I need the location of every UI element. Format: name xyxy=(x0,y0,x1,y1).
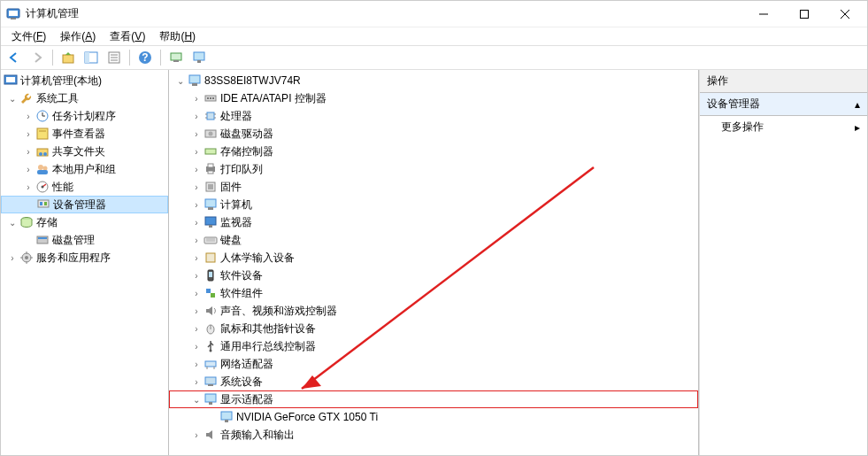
menubar: 文件(F) 操作(A) 查看(V) 帮助(H) xyxy=(1,27,867,45)
device-network[interactable]: ›网络适配器 xyxy=(169,355,698,373)
tree-disk-mgmt[interactable]: 磁盘管理 xyxy=(1,231,168,249)
monitor-icon xyxy=(204,215,218,229)
body: 计算机管理(本地) ⌄ 系统工具 › 任务计划程序 › 事件查看器 › 共享文件… xyxy=(1,70,867,456)
device-root[interactable]: ⌄ 83SS8EI8TWJV74R xyxy=(169,72,698,89)
help-button[interactable]: ? xyxy=(135,48,155,67)
tree-local-users[interactable]: › 本地用户和组 xyxy=(1,160,168,178)
expand-icon[interactable]: › xyxy=(22,165,35,174)
device-computer[interactable]: ›计算机 xyxy=(169,196,698,213)
device-gpu-nvidia[interactable]: NVIDIA GeForce GTX 1050 Ti xyxy=(169,408,698,426)
maximize-button[interactable] xyxy=(784,1,825,27)
expand-icon[interactable]: › xyxy=(190,253,203,263)
menu-file[interactable]: 文件(F) xyxy=(4,28,53,45)
expand-icon[interactable]: › xyxy=(190,359,203,369)
expand-icon[interactable]: › xyxy=(190,182,203,192)
expand-icon[interactable]: › xyxy=(190,147,203,157)
expand-icon[interactable]: › xyxy=(190,236,203,245)
device-disks[interactable]: ›磁盘驱动器 xyxy=(169,125,698,143)
device-storage-ctrl[interactable]: ›存储控制器 xyxy=(169,143,698,160)
expand-icon[interactable]: › xyxy=(190,129,203,139)
device-sound[interactable]: ›声音、视频和游戏控制器 xyxy=(169,302,698,320)
tree-shared-folders[interactable]: › 共享文件夹 xyxy=(1,143,168,160)
actions-section[interactable]: 设备管理器 ▴ xyxy=(700,93,867,116)
folder-share-icon xyxy=(35,144,50,158)
scan-hardware-button[interactable] xyxy=(166,48,186,67)
expand-icon[interactable]: › xyxy=(190,165,203,174)
tree-label: 网络适配器 xyxy=(220,357,273,372)
expand-icon[interactable]: › xyxy=(22,182,35,192)
menu-help[interactable]: 帮助(H) xyxy=(152,28,203,45)
collapse-icon[interactable]: ⌄ xyxy=(6,218,19,228)
device-display[interactable]: ⌄显示适配器 xyxy=(169,390,698,408)
show-hide-tree-button[interactable] xyxy=(81,48,101,67)
tree-root[interactable]: 计算机管理(本地) xyxy=(1,72,168,89)
close-button[interactable] xyxy=(825,1,865,27)
device-usb[interactable]: ›通用串行总线控制器 xyxy=(169,337,698,355)
device-printers[interactable]: ›打印队列 xyxy=(169,160,698,178)
expand-icon[interactable]: › xyxy=(190,218,203,228)
device-system[interactable]: ›系统设备 xyxy=(169,373,698,390)
tree-device-manager[interactable]: 设备管理器 xyxy=(1,196,168,213)
tree-label: 显示适配器 xyxy=(220,392,273,407)
expand-icon[interactable]: › xyxy=(190,94,203,104)
up-button[interactable] xyxy=(58,48,78,67)
device-cpu[interactable]: ›处理器 xyxy=(169,107,698,125)
tree-label: 处理器 xyxy=(220,109,252,124)
left-tree-pane[interactable]: 计算机管理(本地) ⌄ 系统工具 › 任务计划程序 › 事件查看器 › 共享文件… xyxy=(1,70,169,456)
tree-task-scheduler[interactable]: › 任务计划程序 xyxy=(1,107,168,125)
device-software-dev[interactable]: ›软件设备 xyxy=(169,267,698,284)
svg-rect-71 xyxy=(209,272,212,277)
forward-button[interactable] xyxy=(27,48,47,67)
expand-icon[interactable]: › xyxy=(190,324,203,334)
menu-view[interactable]: 查看(V) xyxy=(103,28,152,45)
collapse-icon[interactable]: ⌄ xyxy=(6,94,19,104)
tree-label: 事件查看器 xyxy=(52,127,105,142)
display-icon xyxy=(204,392,218,406)
action-more[interactable]: 更多操作 ▸ xyxy=(700,116,867,138)
expand-icon[interactable]: › xyxy=(22,129,35,139)
expand-icon[interactable]: › xyxy=(190,289,203,298)
svg-rect-2 xyxy=(11,18,16,19)
tree-label: 磁盘管理 xyxy=(52,233,95,248)
minimize-button[interactable] xyxy=(743,1,784,27)
tree-event-viewer[interactable]: › 事件查看器 xyxy=(1,125,168,143)
svg-rect-32 xyxy=(37,170,48,174)
svg-rect-25 xyxy=(37,128,48,139)
audio-io-icon xyxy=(204,428,218,442)
device-audio-io[interactable]: ›音频输入和输出 xyxy=(169,426,698,444)
storage-icon xyxy=(19,215,34,229)
expand-icon[interactable]: › xyxy=(22,112,35,121)
svg-rect-62 xyxy=(205,199,216,207)
tree-label: 打印队列 xyxy=(220,162,263,177)
properties-button[interactable] xyxy=(104,48,124,67)
back-button[interactable] xyxy=(4,48,24,67)
tree-storage[interactable]: ⌄ 存储 xyxy=(1,213,168,231)
collapse-icon[interactable]: ⌄ xyxy=(190,395,203,405)
menu-action[interactable]: 操作(A) xyxy=(53,28,103,45)
expand-icon[interactable]: › xyxy=(190,200,203,210)
device-ide[interactable]: ›IDE ATA/ATAPI 控制器 xyxy=(169,89,698,107)
device-keyboard[interactable]: ›键盘 xyxy=(169,231,698,249)
expand-icon[interactable]: › xyxy=(190,112,203,121)
device-firmware[interactable]: ›固件 xyxy=(169,178,698,196)
expand-icon[interactable]: › xyxy=(6,253,19,263)
svg-rect-36 xyxy=(40,202,42,205)
device-mouse[interactable]: ›鼠标和其他指针设备 xyxy=(169,320,698,337)
expand-icon[interactable]: › xyxy=(22,147,35,157)
app-icon xyxy=(6,7,20,21)
svg-rect-73 xyxy=(211,293,215,298)
collapse-icon[interactable]: ⌄ xyxy=(174,76,187,86)
expand-icon[interactable]: › xyxy=(190,430,203,440)
expand-icon[interactable]: › xyxy=(190,271,203,281)
monitor-button[interactable] xyxy=(189,48,209,67)
expand-icon[interactable]: › xyxy=(190,306,203,316)
device-monitor[interactable]: ›监视器 xyxy=(169,213,698,231)
expand-icon[interactable]: › xyxy=(190,342,203,352)
device-software-comp[interactable]: ›软件组件 xyxy=(169,284,698,302)
device-tree-pane[interactable]: ⌄ 83SS8EI8TWJV74R ›IDE ATA/ATAPI 控制器 ›处理… xyxy=(169,70,699,456)
expand-icon[interactable]: › xyxy=(190,377,203,387)
tree-services-apps[interactable]: › 服务和应用程序 xyxy=(1,249,168,267)
tree-system-tools[interactable]: ⌄ 系统工具 xyxy=(1,89,168,107)
tree-performance[interactable]: › 性能 xyxy=(1,178,168,196)
device-hid[interactable]: ›人体学输入设备 xyxy=(169,249,698,267)
